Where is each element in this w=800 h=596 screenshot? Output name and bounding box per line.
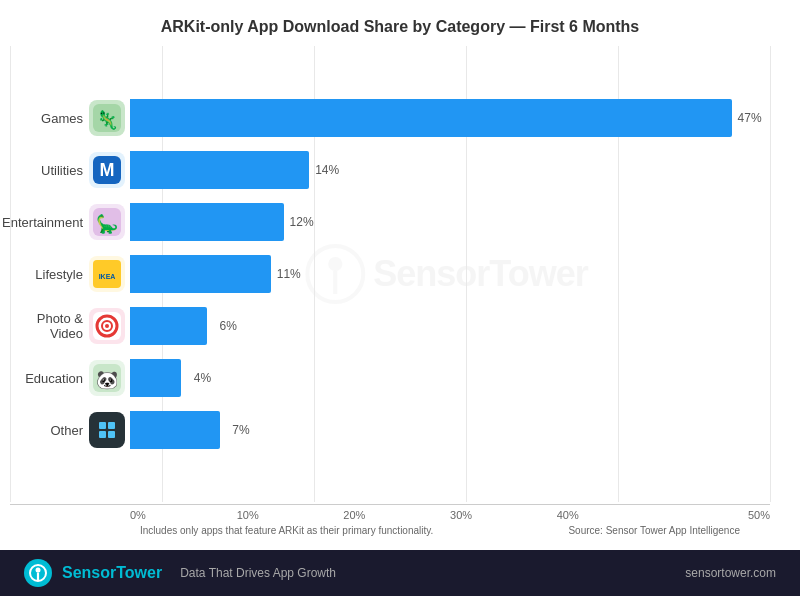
- bar-label-photo: Photo & Video: [10, 300, 125, 352]
- bar-row-utilities: UtilitiesM14%: [130, 144, 770, 196]
- svg-rect-21: [108, 431, 115, 438]
- svg-text:IKEA: IKEA: [99, 273, 116, 280]
- bar-icon-other: [89, 412, 125, 448]
- bar-fill-education: 4%: [130, 359, 181, 397]
- x-tick: 10%: [237, 505, 344, 521]
- bar-row-games: Games🦎47%: [130, 92, 770, 144]
- bar-track-lifestyle: 11%: [130, 255, 770, 293]
- bar-row-entertainment: Entertainment🦕12%: [130, 196, 770, 248]
- x-axis: 0%10%20%30%40%50%: [10, 504, 770, 521]
- bar-row-other: Other7%: [130, 404, 770, 456]
- bar-track-entertainment: 12%: [130, 203, 770, 241]
- bar-track-education: 4%: [130, 359, 770, 397]
- brand-sensor: Sensor: [62, 564, 116, 581]
- bars-wrapper: SensorTower Games🦎47%UtilitiesM14%Entert…: [10, 46, 770, 502]
- bar-track-utilities: 14%: [130, 151, 770, 189]
- footer-brand: SensorTower: [62, 564, 162, 582]
- footnote-left: Includes only apps that feature ARKit as…: [140, 525, 433, 536]
- bar-label-lifestyle: LifestyleIKEA: [10, 248, 125, 300]
- bar-row-lifestyle: LifestyleIKEA11%: [130, 248, 770, 300]
- footnote-right: Source: Sensor Tower App Intelligence: [568, 525, 740, 536]
- bar-value-education: 4%: [194, 371, 211, 385]
- chart-area: SensorTower Games🦎47%UtilitiesM14%Entert…: [0, 46, 800, 550]
- bar-fill-lifestyle: 11%: [130, 255, 271, 293]
- bar-row-education: Education🐼4%: [130, 352, 770, 404]
- svg-text:M: M: [100, 160, 115, 180]
- footnote-area: Includes only apps that feature ARKit as…: [10, 521, 770, 540]
- footer-tagline: Data That Drives App Growth: [180, 566, 336, 580]
- svg-text:🦕: 🦕: [96, 213, 119, 235]
- x-tick: 50%: [663, 505, 770, 521]
- x-tick: 0%: [130, 505, 237, 521]
- bar-fill-entertainment: 12%: [130, 203, 284, 241]
- bars-container: Games🦎47%UtilitiesM14%Entertainment🦕12%L…: [130, 92, 770, 456]
- svg-text:🦎: 🦎: [96, 109, 119, 131]
- bar-label-education: Education🐼: [10, 352, 125, 404]
- bar-icon-education: 🐼: [89, 360, 125, 396]
- bar-value-other: 7%: [232, 423, 249, 437]
- svg-point-23: [36, 568, 41, 573]
- bar-label-entertainment: Entertainment🦕: [10, 196, 125, 248]
- chart-container: ARKit-only App Download Share by Categor…: [0, 0, 800, 596]
- bar-label-utilities: UtilitiesM: [10, 144, 125, 196]
- x-tick: 20%: [343, 505, 450, 521]
- svg-rect-19: [108, 422, 115, 429]
- footer-url: sensortower.com: [685, 566, 776, 580]
- footer-bar: SensorTower Data That Drives App Growth …: [0, 550, 800, 596]
- x-tick: 40%: [557, 505, 664, 521]
- bar-track-other: 7%: [130, 411, 770, 449]
- bar-value-photo: 6%: [219, 319, 236, 333]
- chart-title: ARKit-only App Download Share by Categor…: [0, 0, 800, 46]
- bar-row-photo: Photo & Video6%: [130, 300, 770, 352]
- bar-label-other: Other: [10, 404, 125, 456]
- bar-fill-utilities: 14%: [130, 151, 309, 189]
- bar-track-games: 47%: [130, 99, 770, 137]
- footer-left: SensorTower Data That Drives App Growth: [24, 559, 336, 587]
- svg-point-14: [105, 324, 109, 328]
- bar-icon-utilities: M: [89, 152, 125, 188]
- bar-fill-other: 7%: [130, 411, 220, 449]
- svg-text:🐼: 🐼: [96, 369, 119, 391]
- bar-fill-photo: 6%: [130, 307, 207, 345]
- bar-icon-games: 🦎: [89, 100, 125, 136]
- bar-label-games: Games🦎: [10, 92, 125, 144]
- bar-icon-entertainment: 🦕: [89, 204, 125, 240]
- bar-icon-photo: [89, 308, 125, 344]
- svg-rect-18: [99, 422, 106, 429]
- bar-value-lifestyle: 11%: [277, 267, 301, 281]
- bar-track-photo: 6%: [130, 307, 770, 345]
- sensortower-logo-icon: [24, 559, 52, 587]
- bar-value-games: 47%: [738, 111, 762, 125]
- bar-fill-games: 47%: [130, 99, 732, 137]
- bar-value-entertainment: 12%: [290, 215, 314, 229]
- bar-value-utilities: 14%: [315, 163, 339, 177]
- x-tick: 30%: [450, 505, 557, 521]
- svg-rect-20: [99, 431, 106, 438]
- brand-tower: Tower: [116, 564, 162, 581]
- svg-rect-17: [93, 416, 121, 444]
- bar-icon-lifestyle: IKEA: [89, 256, 125, 292]
